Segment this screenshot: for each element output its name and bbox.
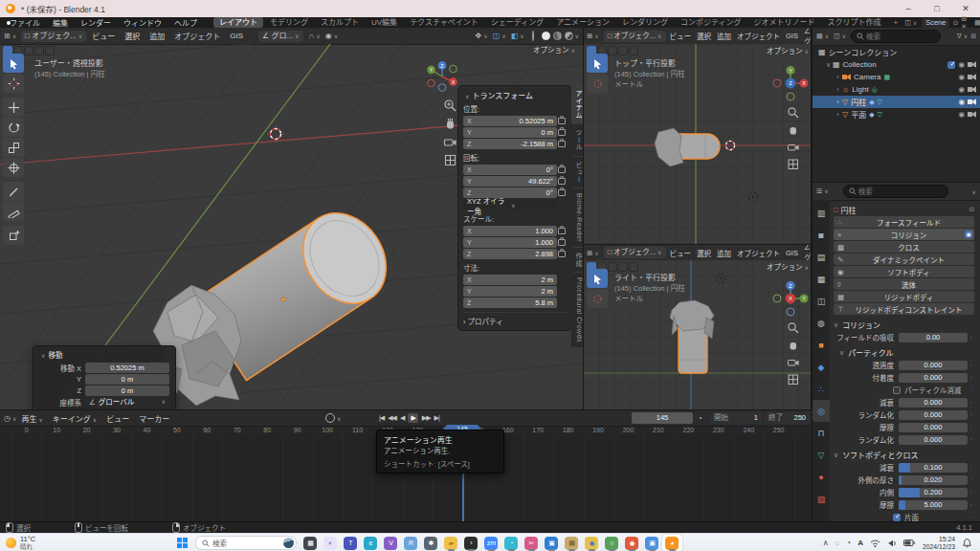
sidebar-tab[interactable]: Biome-Reader — [571, 188, 584, 247]
lock-icon[interactable] — [557, 189, 567, 196]
collection-checkbox[interactable] — [947, 61, 955, 69]
properties-tab[interactable]: ◫ — [813, 290, 830, 312]
xray-toggle-icon[interactable]: ◧∨ — [511, 32, 524, 40]
single-sided-checkbox[interactable]: 片面· — [893, 512, 974, 521]
taskbar-app-icon[interactable]: e — [361, 535, 381, 551]
dimension-field[interactable]: X2 m — [463, 275, 567, 285]
viewport-menu-item[interactable]: 選択 — [124, 31, 140, 41]
property-field[interactable]: 内側0.200· — [834, 487, 974, 497]
physics-toggle-button[interactable]: ◉ ソフトボディ ◉ — [834, 266, 974, 277]
editor-type-icon[interactable]: ▤∨ — [816, 33, 829, 40]
playback-menu[interactable]: 再生∨ — [21, 413, 42, 424]
viewport-menu-item[interactable]: 追加 — [717, 31, 731, 41]
navigation-gizmo[interactable]: Z Y X — [771, 279, 810, 318]
add-primitive-tool[interactable] — [3, 226, 24, 245]
sidebar-tab[interactable]: 作成 — [571, 248, 584, 272]
property-field[interactable]: 摩擦0.000· — [834, 422, 974, 432]
zoom-icon[interactable] — [443, 99, 457, 113]
workspace-tab[interactable]: スクリプト作成 — [821, 17, 886, 28]
viewport-menu-item[interactable]: GIS — [786, 32, 798, 40]
properties-tab[interactable]: ⊓ — [813, 422, 830, 444]
weather-widget[interactable]: 11°C晴れ — [6, 536, 35, 550]
topbar-menu-item[interactable]: 編集 — [53, 17, 68, 28]
lock-icon[interactable] — [557, 228, 567, 234]
workspace-tab[interactable]: レイアウト — [213, 17, 263, 28]
taskbar-app-icon[interactable]: ✂ — [522, 535, 542, 551]
properties-tab[interactable]: ▤ — [813, 246, 830, 268]
prev-keyframe-button[interactable]: ◀◀ — [388, 414, 396, 422]
dimension-field[interactable]: Z5.8 m — [463, 298, 567, 308]
properties-tab[interactable]: ◍ — [813, 312, 830, 334]
display-mode-icon[interactable]: ◫∨ — [834, 33, 846, 40]
viewport-options-button[interactable]: オプション∨ — [762, 46, 812, 57]
lock-icon[interactable] — [557, 118, 567, 124]
notification-bell-icon[interactable] — [962, 538, 972, 549]
viewport-main[interactable]: ⊞∨ □ オブジェク...∨ ビュー選択追加オブジェクトGIS ∠ グロ...∨… — [0, 28, 584, 409]
pan-hand-icon[interactable] — [443, 117, 457, 131]
expand-icon[interactable]: › — [834, 99, 842, 105]
filter-icon[interactable]: ∇∨ — [957, 33, 968, 40]
viewport-menu-item[interactable]: GIS — [230, 32, 243, 40]
tray-app-icon[interactable]: ◔ — [846, 539, 851, 547]
workspace-tab[interactable]: シェーディング — [485, 17, 549, 28]
physics-toggle-button[interactable]: ▦ リジッドボディ ◉ — [834, 291, 974, 302]
rotation-mode-dropdown[interactable]: XYZ オイラー角∨ — [463, 200, 557, 210]
editor-type-icon[interactable]: ◷∨ — [4, 414, 16, 423]
hide-eye-icon[interactable]: ◉ — [958, 73, 965, 81]
keying-menu[interactable]: キーイング∨ — [53, 413, 97, 424]
render-visibility-icon[interactable] — [968, 99, 976, 105]
sidebar-tab[interactable]: Procedural Crowds — [571, 273, 584, 347]
position-field[interactable]: X0.52025 m — [463, 116, 567, 126]
property-field[interactable]: ランダム化0.000· — [834, 409, 974, 420]
taskbar-app-icon[interactable]: zm — [481, 535, 501, 551]
workspace-tab[interactable]: UV編集 — [366, 17, 403, 28]
current-frame-field[interactable]: 145 — [632, 412, 693, 424]
viewport-menu-item[interactable]: ビュー — [670, 248, 692, 258]
camera-view-icon[interactable] — [443, 135, 457, 149]
properties-tab[interactable]: ▽ — [813, 444, 830, 466]
sidebar-tab[interactable]: アイテム — [571, 85, 584, 123]
lock-icon[interactable] — [557, 129, 567, 136]
shading-solid-icon[interactable] — [542, 32, 550, 40]
scale-field[interactable]: Z2.898 — [463, 249, 567, 259]
outliner-row-plane[interactable]: › ▽ 平面 ◆ ▽ ◉ — [813, 108, 980, 121]
editor-type-icon[interactable]: ☰∨ — [816, 187, 829, 195]
taskbar-app-icon[interactable]: › — [461, 535, 481, 551]
viewport-menu-item[interactable]: オブジェクト — [737, 248, 780, 258]
physics-toggle-button[interactable]: ∴ フォースフィールド ◉ — [834, 216, 974, 228]
workspace-tab[interactable]: テクスチャペイント — [404, 17, 484, 28]
softbody-section-header[interactable]: ∨ソフトボディとクロス — [834, 450, 974, 460]
property-field[interactable]: 減衰0.100· — [834, 462, 974, 473]
volume-icon[interactable] — [887, 539, 897, 548]
editor-type-icon[interactable]: ⊞∨ — [4, 32, 16, 40]
move-panel-header[interactable]: ∨移動 — [39, 349, 169, 360]
viewport-menu-item[interactable]: オブジェクト — [174, 31, 220, 41]
shading-material-icon[interactable] — [553, 32, 562, 40]
navigation-gizmo[interactable]: Y X Z — [771, 64, 810, 102]
move-axis-field[interactable]: Y0 m — [39, 374, 169, 385]
play-reverse-button[interactable]: ◀ — [400, 414, 404, 422]
tray-chevron-icon[interactable]: ∧ — [823, 539, 829, 547]
viewport-menu-item[interactable]: 選択 — [697, 31, 711, 41]
taskbar-app-icon[interactable]: T — [341, 535, 361, 551]
jump-to-end-button[interactable]: ▶| — [434, 414, 439, 422]
viewport-menu-item[interactable]: オブジェクト — [737, 31, 780, 41]
orientation-dropdown[interactable]: ∠ グ — [804, 28, 812, 46]
taskbar-app-icon[interactable]: ○ — [602, 535, 622, 551]
orientation-row[interactable]: 座標系 ∠グローバル∨ — [39, 397, 169, 408]
properties-tab[interactable]: ◙ — [813, 224, 830, 246]
taskbar-search[interactable]: 検索 — [195, 536, 297, 550]
maximize-button[interactable]: □ — [923, 0, 951, 17]
start-button[interactable] — [177, 538, 188, 548]
taskbar-app-icon[interactable]: ◔ — [501, 535, 522, 551]
onedrive-icon[interactable]: ◌ — [835, 539, 840, 547]
frame-end-field[interactable]: 終了250 — [765, 412, 810, 424]
cursor-tool[interactable] — [587, 74, 608, 93]
viewport-right[interactable]: ⊞∨ □ オブジェク...∨ ビュー選択追加オブジェクトGIS ∠ グ — [584, 244, 812, 409]
outliner-row-light[interactable]: › ☼ Light ◎ ◉ — [813, 83, 980, 96]
properties-tab[interactable]: ∴ — [813, 378, 830, 400]
select-box-tool[interactable] — [587, 54, 608, 73]
outliner-row-camera[interactable]: › Camera ▦ ◉ — [813, 71, 980, 83]
scene-icon[interactable]: ◫∨ — [904, 19, 917, 27]
frame-start-field[interactable]: 開始1 — [710, 412, 762, 424]
